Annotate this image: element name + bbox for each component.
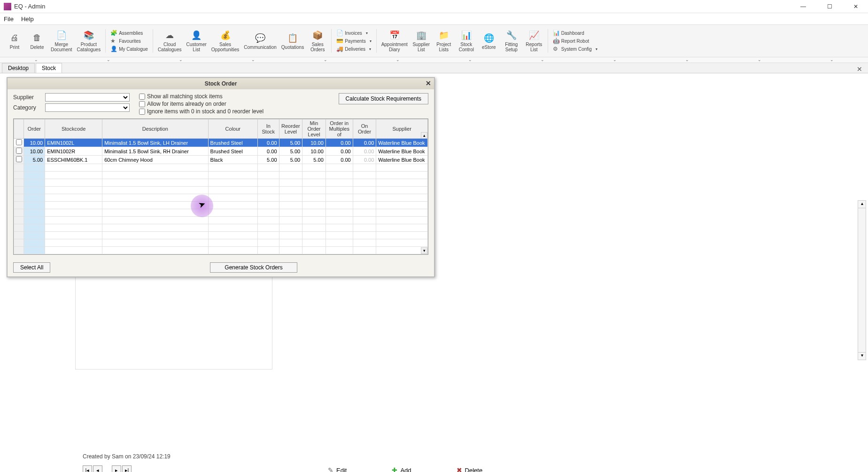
ribbon-dropdown[interactable]: ⌄ [673, 57, 701, 63]
check-ignore-zero[interactable]: Ignore items with 0 in stock and 0 reord… [139, 108, 264, 115]
col-in-stock[interactable]: In Stock [258, 119, 279, 139]
col-stockcode[interactable]: Stockcode [45, 119, 102, 139]
ribbon-fitting-setup[interactable]: 🔧Fitting Setup [501, 29, 522, 53]
ribbon-dropdown[interactable]: ⌄ [601, 57, 629, 63]
ribbon-my-catalogue[interactable]: 👤My Catalogue [108, 45, 150, 53]
cell-order[interactable]: 5.00 [23, 156, 45, 164]
cell-supplier[interactable]: Waterline Blue Book [376, 139, 428, 147]
row-checkbox[interactable] [16, 156, 22, 162]
ribbon-dropdown[interactable]: ⌄ [384, 57, 412, 63]
ribbon-dropdown[interactable]: ⌄ [311, 57, 340, 63]
cell-colour[interactable]: Brushed Steel [208, 147, 257, 156]
menu-file[interactable]: File [4, 16, 14, 23]
minimize-button[interactable]: — [795, 2, 812, 11]
ribbon-quotations[interactable]: 📋Quotations [279, 31, 306, 51]
ribbon-dropdown[interactable]: ⌄ [818, 57, 846, 63]
ribbon-supplier-list[interactable]: 🏢Supplier List [411, 29, 432, 53]
scroll-down-icon[interactable]: ▾ [858, 352, 866, 360]
nav-next[interactable]: ▸ [112, 465, 121, 472]
ribbon-dropdown[interactable]: ⌄ [745, 57, 774, 63]
col-order-multiples[interactable]: Order in Multiples of [326, 119, 353, 139]
cell-min-order[interactable]: 10.00 [302, 139, 326, 147]
ribbon-merge-document[interactable]: 📄Merge Document [49, 29, 74, 53]
ribbon-favourites[interactable]: ★Favourites [108, 37, 150, 45]
cell-multiples[interactable]: 0.00 [326, 139, 353, 147]
calculate-requirements-button[interactable]: Calculate Stock Requirements [339, 93, 428, 104]
col-order[interactable]: Order [23, 119, 45, 139]
tab-desktop[interactable]: Desktop [2, 63, 35, 73]
close-button[interactable]: ✕ [847, 2, 864, 11]
ribbon-dropdown[interactable]: ⌄ [239, 57, 267, 63]
col-min-order-level[interactable]: Min Order Level [302, 119, 326, 139]
ribbon-stock-control[interactable]: 📊Stock Control [456, 29, 477, 53]
grid-scroll-down[interactable]: ▾ [421, 247, 427, 254]
check-show-all[interactable]: Show all matching stock items [139, 93, 264, 100]
ribbon-assemblies[interactable]: 🧩Assemblies [108, 29, 150, 37]
cell-min-order[interactable]: 10.00 [302, 147, 326, 156]
cell-order[interactable]: 10.00 [23, 139, 45, 147]
check-allow-on-order[interactable]: Allow for items already on order [139, 101, 264, 107]
ribbon-dropdown[interactable]: ⌄ [456, 57, 484, 63]
ribbon-deliveries[interactable]: 🚚Deliveries▾ [334, 45, 373, 53]
scroll-up-icon[interactable]: ▴ [858, 201, 866, 208]
category-combo[interactable] [45, 103, 130, 112]
dialog-close-button[interactable]: ✕ [426, 79, 431, 87]
ribbon-invoices[interactable]: 📄Invoices▾ [334, 29, 373, 37]
cell-reorder[interactable]: 5.00 [279, 139, 302, 147]
cell-on-order[interactable]: 0.00 [353, 139, 376, 147]
ribbon-project-lists[interactable]: 📁Project Lists [433, 29, 455, 53]
ribbon-dropdown[interactable]: ⌄ [94, 57, 123, 63]
tab-close[interactable]: ✕ [851, 65, 868, 73]
cell-on-order[interactable]: 0.00 [353, 147, 376, 156]
delete-button[interactable]: ✖Delete [453, 465, 487, 472]
ribbon-cloud-catalogues[interactable]: ☁Cloud Catalogues [156, 29, 184, 53]
cell-in-stock[interactable]: 0.00 [258, 147, 279, 156]
col-supplier[interactable]: Supplier [376, 119, 428, 139]
ribbon-dropdown[interactable]: ⌄ [167, 57, 195, 63]
table-row[interactable]: 5.00 ESSCHIM60BK.1 60cm Chimney Hood Bla… [14, 156, 428, 164]
row-checkbox[interactable] [16, 139, 22, 145]
cell-stockcode[interactable]: ESSCHIM60BK.1 [45, 156, 102, 164]
stock-grid[interactable]: Order Stockcode Description Colour In St… [13, 118, 428, 255]
ribbon-dropdown[interactable]: ⌄ [22, 57, 50, 63]
ribbon-dashboard[interactable]: 📊Dashboard [551, 29, 599, 37]
tab-stock[interactable]: Stock [36, 63, 62, 73]
cell-colour[interactable]: Brushed Steel [208, 139, 257, 147]
ribbon-communication[interactable]: 💬Communication [242, 31, 278, 51]
select-all-button[interactable]: Select All [13, 262, 50, 273]
supplier-combo[interactable] [45, 93, 130, 102]
ribbon-delete[interactable]: 🗑Delete [26, 31, 48, 51]
cell-description[interactable]: 60cm Chimney Hood [102, 156, 208, 164]
nav-first[interactable]: |◂ [83, 465, 92, 472]
cell-description[interactable]: Minimalist 1.5 Bowl Sink, RH Drainer [102, 147, 208, 156]
maximize-button[interactable]: ☐ [821, 2, 838, 11]
cell-description[interactable]: Minimalist 1.5 Bowl Sink, LH Drainer [102, 139, 208, 147]
cell-min-order[interactable]: 5.00 [302, 156, 326, 164]
cell-supplier[interactable]: Waterline Blue Book [376, 147, 428, 156]
col-colour[interactable]: Colour [208, 119, 257, 139]
cell-multiples[interactable]: 0.00 [326, 156, 353, 164]
cell-reorder[interactable]: 5.00 [279, 147, 302, 156]
ribbon-report-robot[interactable]: 🤖Report Robot [551, 37, 599, 45]
col-description[interactable]: Description [102, 119, 208, 139]
cell-stockcode[interactable]: EMIN1002R [45, 147, 102, 156]
col-reorder-level[interactable]: Reorder Level [279, 119, 302, 139]
cell-multiples[interactable]: 0.00 [326, 147, 353, 156]
ribbon-payments[interactable]: 💳Payments▾ [334, 37, 373, 45]
col-check[interactable] [14, 119, 24, 139]
add-button[interactable]: ✚Add [388, 465, 415, 472]
ribbon-appointment-diary[interactable]: 📅Appointment Diary [380, 29, 410, 53]
col-on-order[interactable]: On Order [353, 119, 376, 139]
ribbon-product-catalogues[interactable]: 📚Product Catalogues [75, 29, 103, 53]
cell-supplier[interactable]: Waterline Blue Book [376, 156, 428, 164]
cell-on-order[interactable]: 0.00 [353, 156, 376, 164]
nav-last[interactable]: ▸| [122, 465, 132, 472]
ribbon-sales-opportunities[interactable]: 💰Sales Opportunities [209, 29, 241, 53]
ribbon-system-config[interactable]: ⚙System Config▾ [551, 45, 599, 53]
edit-button[interactable]: ✎Edit [324, 465, 350, 472]
ribbon-dropdown[interactable]: ⌄ [528, 57, 557, 63]
menu-help[interactable]: Help [21, 16, 34, 23]
ribbon-estore[interactable]: 🌐eStore [478, 31, 500, 51]
table-row[interactable]: 10.00 EMIN1002R Minimalist 1.5 Bowl Sink… [14, 147, 428, 156]
generate-stock-orders-button[interactable]: Generate Stock Orders [210, 262, 297, 273]
